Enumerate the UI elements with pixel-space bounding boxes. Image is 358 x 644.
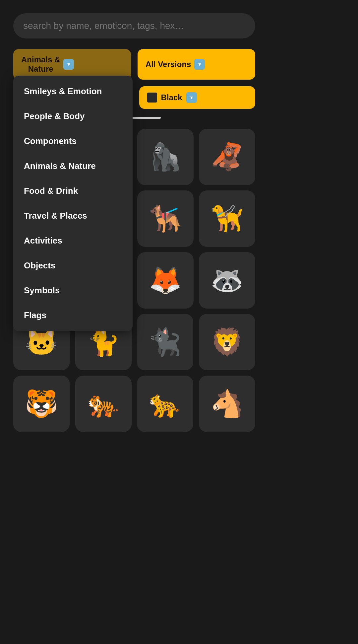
emoji-service-dog[interactable] bbox=[137, 190, 194, 247]
category-chevron-icon: ▼ bbox=[63, 59, 74, 70]
emoji-raccoon[interactable] bbox=[199, 252, 255, 309]
category-filter-button[interactable]: Animals &Nature ▼ bbox=[13, 49, 131, 80]
emoji-orangutan[interactable] bbox=[199, 129, 255, 185]
search-input[interactable] bbox=[23, 21, 245, 31]
category-dropdown: Smileys & Emotion People & Body Componen… bbox=[13, 76, 133, 331]
emoji-tiger[interactable] bbox=[75, 376, 132, 432]
dropdown-item-activities[interactable]: Activities bbox=[13, 228, 133, 253]
version-filter-button[interactable]: All Versions ▼ bbox=[138, 49, 255, 80]
emoji-horse[interactable] bbox=[199, 376, 255, 432]
dropdown-item-food[interactable]: Food & Drink bbox=[13, 179, 133, 203]
emoji-fox[interactable] bbox=[137, 252, 194, 309]
version-filter-label: All Versions bbox=[146, 60, 191, 69]
emoji-row-5 bbox=[13, 376, 255, 432]
dropdown-item-symbols[interactable]: Symbols bbox=[13, 278, 133, 303]
dropdown-item-flags[interactable]: Flags bbox=[13, 303, 133, 328]
color-filter-label: Black bbox=[161, 93, 182, 102]
emoji-tiger-face[interactable] bbox=[13, 376, 70, 432]
emoji-lion[interactable] bbox=[199, 314, 255, 370]
emoji-gorilla[interactable] bbox=[137, 129, 194, 185]
dropdown-item-people[interactable]: People & Body bbox=[13, 104, 133, 129]
dropdown-item-animals[interactable]: Animals & Nature bbox=[13, 154, 133, 179]
search-bar[interactable] bbox=[13, 13, 255, 38]
version-chevron-icon: ▼ bbox=[194, 59, 205, 70]
emoji-leopard[interactable] bbox=[137, 376, 193, 432]
page-container: Animals &Nature ▼ All Versions ▼ Smileys… bbox=[0, 0, 268, 457]
dropdown-item-smileys[interactable]: Smileys & Emotion bbox=[13, 79, 133, 104]
dropdown-item-objects[interactable]: Objects bbox=[13, 253, 133, 278]
filter-row-1: Animals &Nature ▼ All Versions ▼ Smileys… bbox=[13, 49, 255, 80]
color-swatch bbox=[147, 93, 157, 103]
emoji-guide-dog[interactable] bbox=[199, 190, 255, 247]
color-chevron-icon: ▼ bbox=[186, 92, 197, 103]
dropdown-item-components[interactable]: Components bbox=[13, 129, 133, 154]
dropdown-item-travel[interactable]: Travel & Places bbox=[13, 203, 133, 228]
category-filter-label: Animals &Nature bbox=[21, 55, 60, 74]
emoji-black-cat[interactable] bbox=[137, 314, 193, 370]
color-filter-button[interactable]: Black ▼ bbox=[139, 86, 255, 109]
